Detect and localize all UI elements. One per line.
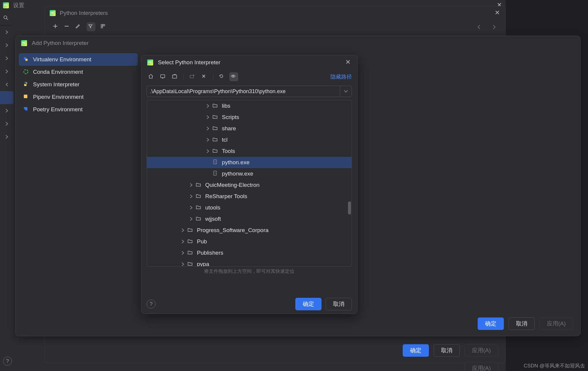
tree-row-label: pypa [197, 261, 209, 266]
cancel-button[interactable]: 取消 [434, 344, 460, 357]
tree-row-label: ReSharper Tools [205, 193, 247, 200]
refresh-button[interactable] [217, 72, 226, 81]
folder-icon [196, 204, 202, 211]
folder-icon [196, 216, 202, 222]
tree-row-label: Pub [197, 238, 207, 245]
search-icon [3, 15, 10, 21]
cancel-button[interactable]: 取消 [509, 317, 535, 330]
hide-path-link[interactable]: 隐藏路径 [330, 73, 352, 80]
env-label: Pipenv Environment [33, 94, 84, 100]
apply-button[interactable]: 应用(A) [465, 344, 498, 357]
settings-section[interactable] [0, 65, 13, 78]
tree-row-label: Publishers [197, 250, 223, 256]
interpreters-close-button[interactable] [495, 10, 501, 16]
chevron-right-icon [4, 43, 10, 48]
settings-section-selected[interactable] [0, 91, 13, 104]
tree-row-label: pythonw.exe [222, 170, 253, 177]
tree-row-label: tcl [222, 137, 228, 143]
select-titlebar: Select Python Interpreter [141, 55, 357, 70]
ok-button[interactable]: 确定 [295, 298, 322, 310]
help-button[interactable]: ? [147, 300, 156, 309]
tree-row-label: wjjsoft [205, 216, 221, 222]
settings-search[interactable] [0, 11, 13, 26]
file-icon [212, 159, 219, 166]
path-input[interactable] [147, 86, 340, 97]
env-label: Virtualenv Environment [33, 56, 91, 63]
show-hidden-button[interactable] [229, 72, 238, 81]
paths-button[interactable] [100, 24, 107, 30]
settings-section[interactable] [0, 104, 13, 117]
tree-row[interactable]: ReSharper Tools [147, 191, 352, 202]
chevron-right-icon [4, 69, 10, 74]
tree-row[interactable]: pythonw.exe [147, 168, 352, 179]
ok-button[interactable]: 确定 [403, 344, 429, 357]
project-button[interactable] [170, 72, 179, 81]
select-footer: ? 确定 取消 [141, 295, 357, 314]
nav-forward-button[interactable] [492, 24, 498, 31]
pipenv-icon [23, 94, 29, 100]
folder-icon [212, 137, 219, 143]
filter-button[interactable] [87, 22, 95, 31]
apply-button[interactable]: 应用(A) [540, 317, 573, 330]
tree-row-label: libs [222, 103, 231, 109]
help-button[interactable]: ? [3, 357, 12, 366]
env-pipenv[interactable]: Pipenv Environment [19, 91, 138, 103]
settings-section[interactable] [0, 39, 13, 52]
scrollbar-thumb[interactable] [348, 201, 351, 215]
tree-row[interactable]: Tools [147, 145, 352, 157]
edit-button[interactable] [75, 24, 82, 30]
home-button[interactable] [147, 72, 156, 81]
tree-row[interactable]: QuicMeeting-Electron [147, 179, 352, 191]
tree-row[interactable]: pypa [147, 259, 352, 266]
add-title: Add Python Interpreter [32, 40, 89, 46]
chevron-icon [189, 182, 193, 188]
path-dropdown[interactable] [340, 86, 352, 97]
interpreters-toolbar [45, 20, 505, 34]
remove-button[interactable] [64, 24, 70, 30]
env-system[interactable]: System Interpreter [19, 78, 138, 91]
chevron-right-icon [4, 56, 10, 61]
delete-button[interactable] [200, 72, 209, 81]
tree-row[interactable]: Progress_Software_Corpora [147, 225, 352, 236]
tree-row[interactable]: utools [147, 202, 352, 213]
tree-row-label: utools [205, 204, 220, 211]
tree-row[interactable]: libs [147, 100, 352, 112]
env-virtualenv[interactable]: Virtualenv Environment [19, 53, 138, 66]
apply-button-outer[interactable]: 应用(A) [465, 362, 498, 371]
settings-section[interactable] [0, 78, 13, 91]
settings-section[interactable] [0, 26, 13, 39]
chevron-icon [180, 262, 184, 266]
tree-row[interactable]: tcl [147, 134, 352, 145]
newfolder-button[interactable] [188, 72, 197, 81]
chevron-right-icon [4, 134, 10, 140]
desktop-button[interactable] [159, 72, 167, 81]
select-close-button[interactable] [345, 59, 352, 66]
chevron-icon [189, 194, 193, 199]
tree-row[interactable]: wjjsoft [147, 213, 352, 225]
folder-icon [187, 227, 194, 234]
tree-row[interactable]: python.exe [147, 157, 352, 168]
file-icon [212, 170, 219, 177]
add-titlebar: Add Python Interpreter [16, 36, 580, 50]
pycharm-icon [147, 59, 154, 66]
settings-section[interactable] [0, 117, 13, 130]
ok-button[interactable]: 确定 [478, 317, 504, 330]
env-conda[interactable]: Conda Environment [19, 66, 138, 78]
select-title-text: Select Python Interpreter [158, 59, 220, 66]
env-label: System Interpreter [33, 81, 79, 88]
cancel-button[interactable]: 取消 [326, 298, 352, 310]
tree-row[interactable]: Publishers [147, 247, 352, 259]
nav-arrows [476, 24, 498, 31]
add-button[interactable] [53, 24, 59, 30]
chevron-icon [180, 250, 184, 256]
tree-row[interactable]: Scripts [147, 112, 352, 123]
chevron-icon [189, 216, 193, 222]
tree-row[interactable]: share [147, 123, 352, 134]
tree-row[interactable]: Pub [147, 236, 352, 247]
chevron-icon [180, 228, 184, 233]
settings-section[interactable] [0, 130, 13, 143]
separator [213, 73, 213, 80]
settings-section[interactable] [0, 52, 13, 65]
nav-back-button[interactable] [476, 24, 483, 31]
env-poetry[interactable]: Poetry Environment [19, 103, 138, 116]
